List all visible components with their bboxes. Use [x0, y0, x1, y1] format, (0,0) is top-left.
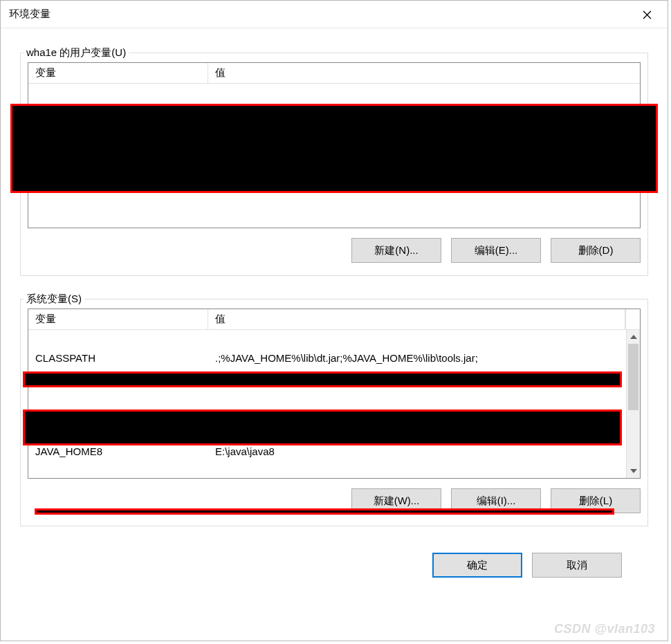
user-table-header: 变量 值 [28, 63, 640, 84]
cell-variable: CLASSPATH [28, 352, 208, 364]
table-row[interactable] [28, 386, 626, 405]
redacted-region [35, 508, 614, 515]
column-value[interactable]: 值 [208, 63, 640, 83]
titlebar: 环境变量 [1, 1, 668, 28]
cell-variable: JAVA_HOME8 [28, 445, 208, 457]
scrollbar-thumb[interactable] [628, 344, 638, 410]
close-button[interactable] [626, 1, 668, 28]
close-icon [643, 10, 652, 19]
redacted-region [23, 371, 622, 387]
system-table-header: 变量 值 [28, 309, 640, 330]
scroll-down-icon[interactable] [627, 464, 641, 478]
system-buttons-row: 新建(W)... 编辑(I)... 删除(L) [21, 479, 647, 526]
user-new-button[interactable]: 新建(N)... [351, 238, 441, 263]
column-variable[interactable]: 变量 [28, 63, 208, 83]
column-variable[interactable]: 变量 [28, 309, 208, 329]
watermark: CSDN @vlan103 [554, 622, 655, 636]
scrollbar-track[interactable] [627, 344, 640, 464]
scrollbar[interactable] [626, 330, 640, 478]
cancel-button[interactable]: 取消 [532, 553, 622, 578]
system-table-body[interactable]: CLASSPATH .;%JAVA_HOME%\lib\dt.jar;%JAVA… [28, 330, 640, 478]
system-variables-legend: 系统变量(S) [24, 293, 84, 306]
cell-value: .;%JAVA_HOME%\lib\dt.jar;%JAVA_HOME%\lib… [208, 352, 626, 364]
redacted-region [23, 410, 622, 445]
redacted-region [10, 104, 658, 193]
user-buttons-row: 新建(N)... 编辑(E)... 删除(D) [21, 228, 647, 275]
user-edit-button[interactable]: 编辑(E)... [451, 238, 541, 263]
window-title: 环境变量 [9, 8, 50, 21]
cell-value: E:\java\java8 [208, 445, 626, 457]
dialog-buttons: 确定 取消 [20, 536, 648, 578]
user-delete-button[interactable]: 删除(D) [551, 238, 641, 263]
system-variables-table[interactable]: 变量 值 CLASSPATH .;%JAVA_HOME%\lib\dt.jar;… [28, 309, 641, 479]
table-row[interactable] [28, 330, 626, 349]
column-value[interactable]: 值 [208, 309, 625, 329]
scrollbar-header-spacer [625, 309, 640, 329]
user-variables-legend: wha1e 的用户变量(U) [24, 46, 129, 59]
table-row[interactable]: CLASSPATH .;%JAVA_HOME%\lib\dt.jar;%JAVA… [28, 349, 626, 367]
env-vars-dialog: 环境变量 wha1e 的用户变量(U) 变量 值 新建(N)... 编辑(E).… [0, 0, 668, 641]
scroll-up-icon[interactable] [627, 330, 641, 344]
ok-button[interactable]: 确定 [432, 553, 522, 578]
